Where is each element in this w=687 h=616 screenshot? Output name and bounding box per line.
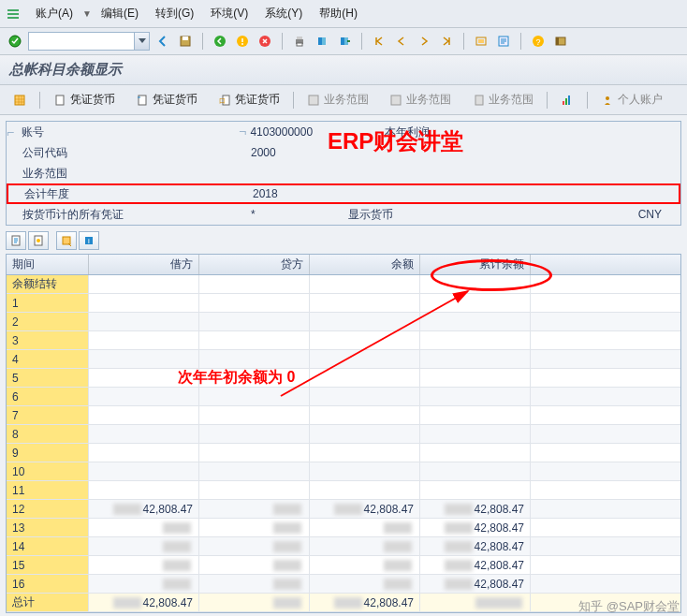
watermark: 知乎 @SAP财会堂 — [578, 598, 680, 615]
menu-goto[interactable]: 转到(G) — [148, 4, 201, 23]
tab-business-area-2[interactable]: 业务范围 — [382, 89, 459, 110]
svg-rect-31 — [475, 95, 483, 105]
tab-label: 凭证货币 — [153, 92, 197, 108]
table-row[interactable]: 10 — [7, 462, 680, 481]
find-button[interactable] — [313, 32, 331, 51]
tab-business-area-3[interactable]: 业务范围 — [464, 89, 541, 110]
app-menu-icon[interactable] — [6, 7, 21, 22]
grid-prefix-icon — [472, 94, 485, 107]
table-row[interactable]: 1 — [7, 294, 680, 313]
save-button[interactable] — [176, 32, 195, 51]
page-title: 总帐科目余额显示 — [0, 55, 687, 85]
tab-doc-currency-2[interactable]: 凭证货币 — [128, 89, 205, 110]
tab-label: 业务范围 — [489, 92, 534, 108]
tab-label: 个人账户 — [618, 92, 663, 108]
bracket-icon: ¬ — [239, 125, 246, 139]
grid-doc2-button[interactable] — [28, 231, 49, 250]
grid-icon — [13, 94, 26, 107]
field-label: 公司代码 — [15, 145, 127, 161]
table-row[interactable]: 1542,808.47 — [7, 556, 680, 575]
chevron-down-icon[interactable] — [134, 33, 149, 50]
field-all-documents: 按货币计的所有凭证 * 显示货币 CNY — [7, 204, 680, 225]
col-header-credit[interactable]: 贷方 — [199, 255, 310, 274]
grid-header: 期间 借方 贷方 余额 累计余额 — [7, 255, 680, 275]
exit-button[interactable] — [233, 32, 252, 51]
col-header-debit[interactable]: 借方 — [89, 255, 199, 274]
table-row[interactable]: 4 — [7, 350, 680, 369]
menu-help[interactable]: 帮助(H) — [312, 4, 365, 23]
next-page-button[interactable] — [415, 32, 433, 51]
back-green-button[interactable] — [211, 32, 229, 51]
find-next-button[interactable] — [335, 32, 354, 51]
table-row[interactable]: 1242,808.4742,808.4742,808.47 — [7, 500, 680, 519]
menu-system[interactable]: 系统(Y) — [257, 4, 310, 23]
table-row[interactable]: 3 — [7, 331, 680, 350]
fiscal-year-value[interactable]: 2018 — [249, 187, 380, 200]
tab-doc-currency-3[interactable]: 口凭证货币 — [211, 89, 287, 110]
col-header-period[interactable]: 期间 — [7, 255, 89, 274]
grid-doc-button[interactable] — [6, 231, 26, 250]
svg-rect-14 — [322, 37, 326, 45]
svg-text:口: 口 — [219, 97, 226, 104]
menu-edit[interactable]: 编辑(E) — [94, 4, 146, 23]
first-page-button[interactable] — [370, 32, 388, 51]
tab-grid[interactable] — [6, 91, 34, 110]
svg-point-38 — [37, 239, 40, 242]
table-row[interactable]: 8 — [7, 425, 680, 444]
prev-page-button[interactable] — [392, 32, 411, 51]
last-page-button[interactable] — [437, 32, 456, 51]
menu-account[interactable]: 账户(A) — [28, 4, 80, 23]
carry-forward-label: 余额结转 — [7, 275, 89, 293]
command-field[interactable] — [28, 32, 150, 51]
col-header-balance[interactable]: 余额 — [310, 255, 420, 274]
table-row[interactable]: 6 — [7, 388, 680, 406]
toolbar-separator — [463, 33, 464, 50]
table-row[interactable]: 2 — [7, 313, 680, 331]
cancel-button[interactable] — [256, 32, 274, 51]
table-row[interactable]: 1442,808.47 — [7, 537, 680, 556]
layout-button[interactable] — [551, 32, 570, 51]
toolbar-separator — [282, 33, 283, 50]
doc-icon — [136, 94, 149, 107]
col-header-cumulative[interactable]: 累计余额 — [420, 255, 531, 274]
total-label: 总计 — [7, 594, 89, 611]
bracket-icon: ⌐ — [7, 125, 14, 139]
field-label: 按货币计的所有凭证 — [15, 207, 146, 223]
svg-rect-1 — [7, 13, 19, 15]
table-row[interactable]: 9 — [7, 444, 680, 462]
svg-point-35 — [606, 96, 609, 100]
grid-export-button[interactable] — [56, 231, 77, 250]
ok-button[interactable] — [6, 32, 24, 51]
print-button[interactable] — [290, 32, 309, 51]
tab-chart[interactable] — [553, 91, 581, 110]
tab-personal-account[interactable]: 个人账户 — [593, 89, 670, 110]
svg-rect-15 — [341, 37, 344, 45]
menu-dropdown-icon[interactable]: ▼ — [82, 8, 92, 19]
svg-rect-24 — [15, 95, 24, 105]
table-row[interactable]: 11 — [7, 481, 680, 500]
all-docs-value[interactable]: * — [247, 208, 341, 221]
field-fiscal-year: 会计年度 2018 — [7, 183, 680, 204]
field-label: 业务范围 — [15, 166, 127, 182]
grid-info-button[interactable]: i — [79, 231, 99, 250]
table-row[interactable]: 7 — [7, 406, 680, 425]
tab-business-area-1[interactable]: 业务范围 — [300, 89, 376, 110]
svg-rect-18 — [478, 39, 484, 43]
svg-rect-32 — [563, 101, 564, 105]
table-row[interactable]: 1642,808.47 — [7, 575, 680, 594]
main-toolbar: ? — [0, 28, 687, 55]
help-button[interactable]: ? — [529, 32, 548, 51]
carry-forward-row[interactable]: 余额结转 — [7, 275, 680, 294]
table-row[interactable]: 1342,808.47 — [7, 519, 680, 537]
total-credit — [199, 594, 310, 611]
back-button[interactable] — [153, 32, 172, 51]
svg-rect-30 — [391, 95, 401, 105]
chart-icon — [561, 94, 574, 107]
new-session-button[interactable] — [472, 32, 490, 51]
svg-rect-39 — [63, 237, 70, 244]
tab-doc-currency-1[interactable]: 凭证货币 — [46, 89, 123, 110]
tab-label: 业务范围 — [324, 92, 369, 108]
menu-environment[interactable]: 环境(V) — [203, 4, 256, 23]
table-row[interactable]: 5 — [7, 369, 680, 388]
shortcut-button[interactable] — [494, 32, 513, 51]
